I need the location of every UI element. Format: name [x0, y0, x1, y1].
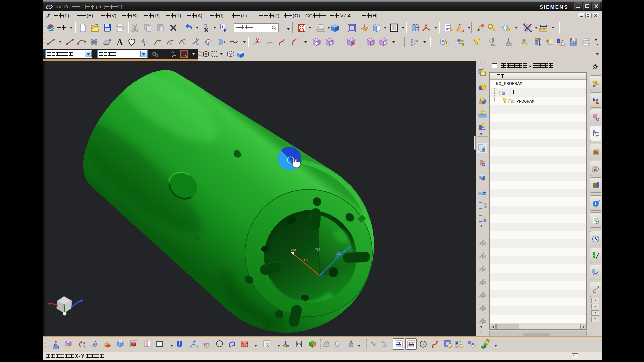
svg-text:YM: YM — [315, 247, 320, 251]
svg-text:X: X — [190, 345, 192, 349]
svg-text:A: A — [117, 37, 123, 47]
svg-text:i: i — [222, 24, 223, 29]
svg-text:R: R — [82, 341, 85, 345]
svg-text:Tex: Tex — [202, 341, 210, 347]
svg-text:ZM: ZM — [336, 252, 341, 255]
svg-text:X_T: X_T — [242, 343, 248, 346]
svg-text:i: i — [595, 201, 596, 206]
svg-text:Z: Z — [194, 339, 196, 342]
svg-text:Y: Y — [196, 345, 198, 348]
svg-text:i: i — [120, 340, 120, 343]
svg-text:YM: YM — [290, 248, 296, 252]
svg-text:XC: XC — [303, 258, 308, 262]
svg-text:ABS: ABS — [284, 345, 288, 347]
